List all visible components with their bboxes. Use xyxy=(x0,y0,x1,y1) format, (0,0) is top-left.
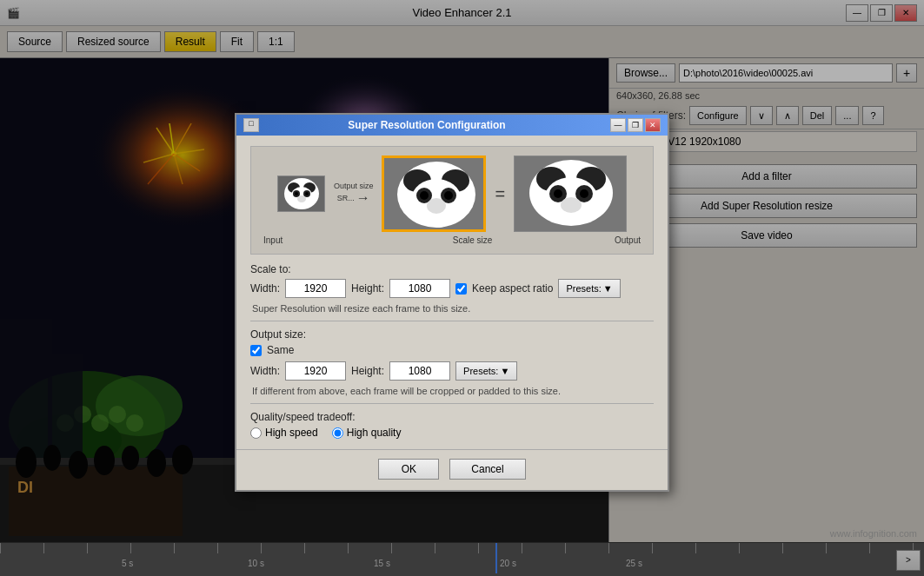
width-label: Width: xyxy=(250,282,280,295)
ok-button[interactable]: OK xyxy=(378,459,439,480)
presets-button[interactable]: Presets: ▼ xyxy=(558,279,620,298)
modal-close-button[interactable]: ✕ xyxy=(645,118,661,132)
arrow-container: Output size SR... → xyxy=(334,182,374,207)
svg-point-62 xyxy=(580,189,588,198)
presets2-dropdown-icon: ▼ xyxy=(500,366,509,376)
output-container xyxy=(514,156,627,232)
output-size-row: Width: Height: Presets: ▼ xyxy=(250,361,654,381)
input-container xyxy=(277,175,325,212)
separator-1 xyxy=(250,321,654,321)
preview-section: Output size SR... → xyxy=(250,146,654,255)
scale-to-row: Width: Height: Keep aspect ratio Presets… xyxy=(250,279,654,298)
scale-container xyxy=(382,156,486,232)
output-size-label: Output size xyxy=(334,182,374,191)
output-panda-svg xyxy=(515,156,627,232)
svg-point-52 xyxy=(444,191,453,200)
high-quality-radio[interactable] xyxy=(332,427,343,439)
high-speed-option[interactable]: High speed xyxy=(250,427,318,439)
modal-minimize-button[interactable]: — xyxy=(610,118,626,132)
presets-dropdown-icon: ▼ xyxy=(603,283,613,294)
modal-content: Output size SR... → xyxy=(236,136,668,449)
modal-footer: OK Cancel xyxy=(236,449,668,490)
output-height-input[interactable] xyxy=(389,361,450,381)
svg-point-51 xyxy=(420,191,429,200)
right-arrow-icon: → xyxy=(356,190,370,206)
input-panda-svg xyxy=(278,176,325,212)
scale-to-section: Scale to: Width: Height: Keep aspect rat… xyxy=(250,263,654,314)
scale-to-label: Scale to: xyxy=(250,263,654,275)
same-row: Same xyxy=(250,344,654,356)
keep-aspect-checkbox[interactable] xyxy=(455,283,467,295)
presets-label: Presets: xyxy=(566,283,601,294)
modal-title-controls: — ❐ ✕ xyxy=(610,118,661,132)
same-checkbox[interactable] xyxy=(250,345,262,356)
output-height-label: Height: xyxy=(351,365,384,377)
modal-restore-button[interactable]: ❐ xyxy=(628,118,643,132)
keep-aspect-label: Keep aspect ratio xyxy=(472,282,553,295)
svg-point-61 xyxy=(554,189,562,198)
preview-labels: Input Scale size Output xyxy=(260,235,644,245)
high-speed-radio[interactable] xyxy=(250,427,262,439)
preview-images: Output size SR... → xyxy=(277,156,627,232)
input-label: Input xyxy=(263,235,283,245)
modal-overlay: □ Super Resolution Configuration — ❐ ✕ xyxy=(0,0,924,576)
svg-point-50 xyxy=(427,198,446,214)
output-size-section-label: Output size: xyxy=(250,328,654,341)
output-width-input[interactable] xyxy=(285,361,346,381)
high-speed-label: High speed xyxy=(265,427,318,439)
quality-label: Quality/speed tradeoff: xyxy=(250,411,654,423)
quality-radio-group: High speed High quality xyxy=(250,427,654,439)
input-preview xyxy=(277,175,325,212)
svg-point-60 xyxy=(561,197,582,213)
presets2-label: Presets: xyxy=(463,366,498,376)
scale-preview xyxy=(382,156,486,232)
high-quality-label: High quality xyxy=(347,427,402,439)
presets2-button[interactable]: Presets: ▼ xyxy=(455,361,517,381)
sr-label: SR... xyxy=(337,194,355,202)
scale-label: Scale size xyxy=(453,235,493,245)
super-resolution-dialog: □ Super Resolution Configuration — ❐ ✕ xyxy=(235,113,669,492)
output-width-label: Width: xyxy=(250,365,280,377)
arrow-row: SR... → xyxy=(337,190,370,206)
svg-point-41 xyxy=(295,192,298,195)
output-size-section: Output size: Same Width: Height: Presets… xyxy=(250,328,654,396)
equals-icon: = xyxy=(495,184,505,204)
scale-hint: Super Resolution will resize each frame … xyxy=(252,303,654,314)
output-preview xyxy=(514,156,627,232)
high-quality-option[interactable]: High quality xyxy=(332,427,402,439)
same-label: Same xyxy=(267,344,294,356)
height-label: Height: xyxy=(351,282,384,295)
scale-panda-svg xyxy=(384,158,486,232)
cancel-button[interactable]: Cancel xyxy=(449,459,525,480)
quality-section: Quality/speed tradeoff: High speed High … xyxy=(250,411,654,439)
height-input[interactable] xyxy=(389,279,450,298)
modal-title: Super Resolution Configuration xyxy=(243,119,610,131)
separator-2 xyxy=(250,403,654,404)
svg-point-40 xyxy=(297,195,306,202)
svg-point-42 xyxy=(305,192,309,195)
modal-title-bar: □ Super Resolution Configuration — ❐ ✕ xyxy=(236,115,668,136)
output-label: Output xyxy=(615,235,641,245)
output-hint: If different from above, each frame will… xyxy=(252,386,654,396)
width-input[interactable] xyxy=(285,279,346,298)
